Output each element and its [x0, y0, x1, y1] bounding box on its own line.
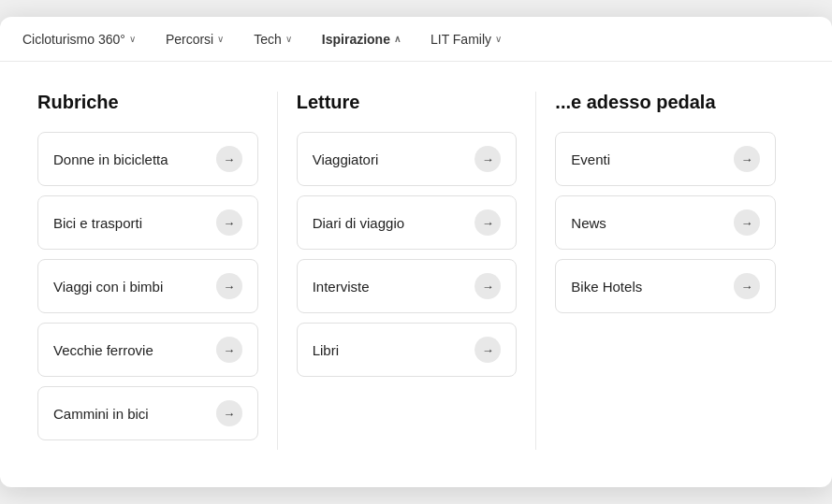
main-content: RubricheDonne in biciclettaBici e traspo…: [0, 62, 832, 487]
chevron-down-icon: ∨: [495, 34, 502, 44]
menu-item-viaggiatori[interactable]: Viaggiatori: [297, 132, 518, 186]
column-title-letture: Letture: [297, 92, 518, 113]
arrow-right-icon: [474, 146, 501, 172]
menu-item-donne-in-bicicletta[interactable]: Donne in bicicletta: [37, 132, 258, 186]
menu-item-label: News: [571, 215, 606, 231]
chevron-down-icon: ∨: [217, 34, 224, 44]
menu-item-label: Interviste: [313, 279, 370, 295]
arrow-right-icon: [216, 209, 242, 236]
menu-item-diari-di-viaggio[interactable]: Diari di viaggio: [297, 195, 518, 250]
arrow-right-icon: [734, 146, 760, 172]
arrow-right-icon: [216, 273, 242, 299]
menu-item-label: Bici e trasporti: [53, 215, 142, 231]
nav-label: Ispirazione: [322, 32, 390, 47]
column-letture: LettureViaggiatoriDiari di viaggioInterv…: [297, 92, 537, 450]
column-rubriche: RubricheDonne in biciclettaBici e traspo…: [37, 92, 278, 450]
nav-label: Tech: [254, 32, 282, 47]
nav-item-lit-family[interactable]: LIT Family∨: [431, 32, 502, 47]
chevron-down-icon: ∨: [285, 34, 292, 44]
modal-container: Cicloturismo 360°∨Percorsi∨Tech∨Ispirazi…: [0, 17, 832, 487]
arrow-right-icon: [474, 337, 501, 363]
nav-label: Percorsi: [166, 32, 213, 47]
chevron-up-icon: ∧: [394, 34, 401, 44]
menu-item-libri[interactable]: Libri: [297, 323, 518, 377]
nav-item-tech[interactable]: Tech∨: [254, 32, 292, 47]
menu-item-news[interactable]: News: [555, 195, 776, 250]
nav-label: LIT Family: [431, 32, 491, 47]
menu-item-interviste[interactable]: Interviste: [297, 259, 518, 313]
menu-item-cammini-in-bici[interactable]: Cammini in bici: [37, 386, 258, 440]
arrow-right-icon: [734, 273, 760, 299]
menu-item-label: Viaggiatori: [313, 151, 379, 167]
menu-item-eventi[interactable]: Eventi: [555, 132, 776, 186]
menu-item-label: Vecchie ferrovie: [53, 342, 153, 358]
arrow-right-icon: [474, 209, 501, 236]
arrow-right-icon: [734, 209, 760, 236]
menu-item-viaggi-con-i-bimbi[interactable]: Viaggi con i bimbi: [37, 259, 258, 313]
menu-item-vecchie-ferrovie[interactable]: Vecchie ferrovie: [37, 323, 258, 377]
arrow-right-icon: [216, 400, 242, 426]
menu-item-label: Eventi: [571, 151, 610, 167]
menu-item-bici-e-trasporti[interactable]: Bici e trasporti: [37, 195, 258, 250]
nav-item-percorsi[interactable]: Percorsi∨: [166, 32, 224, 47]
nav-label: Cicloturismo 360°: [22, 32, 125, 47]
chevron-down-icon: ∨: [129, 34, 136, 44]
nav-item-ispirazione[interactable]: Ispirazione∧: [322, 32, 401, 47]
arrow-right-icon: [216, 146, 242, 172]
arrow-right-icon: [474, 273, 501, 299]
menu-item-label: Donne in bicicletta: [53, 151, 168, 167]
menu-item-label: Diari di viaggio: [313, 215, 404, 231]
nav-bar: Cicloturismo 360°∨Percorsi∨Tech∨Ispirazi…: [0, 17, 832, 62]
nav-item-cicloturismo-360[interactable]: Cicloturismo 360°∨: [22, 32, 136, 47]
menu-item-label: Libri: [313, 342, 339, 358]
menu-item-label: Cammini in bici: [53, 406, 149, 422]
column-title-rubriche: Rubriche: [37, 92, 258, 113]
menu-item-bike-hotels[interactable]: Bike Hotels: [555, 259, 776, 313]
arrow-right-icon: [216, 337, 242, 363]
column-title-adesso-pedala: ...e adesso pedala: [555, 92, 776, 113]
menu-item-label: Viaggi con i bimbi: [53, 279, 163, 295]
menu-item-label: Bike Hotels: [571, 279, 642, 295]
column-adesso-pedala: ...e adesso pedalaEventiNewsBike Hotels: [555, 92, 795, 450]
